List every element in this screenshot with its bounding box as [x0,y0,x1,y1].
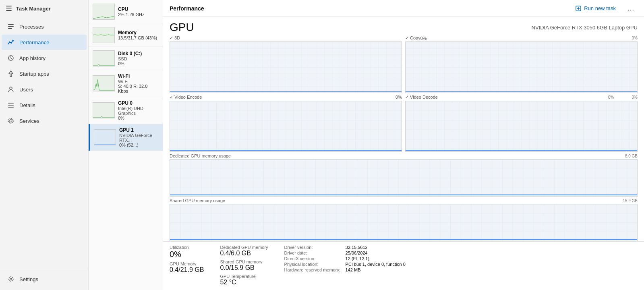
app-history-icon [7,54,14,62]
stat-gpu-memory-item: GPU Memory 0.4/21.9 GB [170,261,204,273]
gpu0-sub: Intel(R) UHD Graphics [118,106,159,116]
sidebar-item-processes[interactable]: Processes [2,19,87,34]
perf-item-disk0[interactable]: Disk 0 (C:) SSD 0% [89,47,163,70]
performance-list: CPU 2% 1.28 GHz Memory 13.5/31.7 GB (43%… [89,0,163,290]
processes-icon [7,23,14,30]
detail-hw-reserved: Hardware reserved memory: 142 MB [284,267,406,272]
gpu0-info: GPU 0 Intel(R) UHD Graphics 0% [118,100,159,120]
services-icon [7,117,14,124]
stat-temp-val: 52 °C [220,279,268,286]
toolbar-right: Run new task … [572,2,638,14]
chart-sm-canvas [170,204,638,241]
chart-vd-label: ✓ Video Decode [405,95,438,100]
hamburger-icon[interactable]: ☰ [6,4,12,13]
stat-utilization-label: Utilization [170,245,204,250]
svg-rect-27 [406,101,637,152]
perf-item-memory[interactable]: Memory 13.5/31.7 GB (43%) [89,23,163,47]
settings-item[interactable]: Settings [6,272,83,286]
gpu0-val: 0% [118,116,159,120]
memory-thumbnail [93,27,115,43]
sidebar-footer: Settings [0,268,88,290]
perf-item-gpu0[interactable]: GPU 0 Intel(R) UHD Graphics 0% [89,97,163,124]
chart-copy-label-row: ✓ Copy 0% 0% [405,35,638,41]
detail-driver-date-key: Driver date: [284,251,341,255]
chart-copy-label: ✓ Copy [405,35,420,41]
gpu1-name: GPU 1 [119,127,159,133]
wifi-sub: Wi-Fi [118,79,159,84]
gpu-model: NVIDIA GeForce RTX 3050 6GB Laptop GPU [532,25,638,31]
chart-dm-canvas [170,159,638,197]
main-content: Performance Run new task … GPU NVIDIA Ge… [163,0,644,290]
detail-hw-reserved-val: 142 MB [346,267,361,272]
stat-shared-val: 0.0/15.9 GB [220,264,268,271]
svg-rect-29 [170,160,637,196]
sidebar-label-performance: Performance [19,39,49,46]
perf-item-wifi[interactable]: Wi-Fi Wi-Fi S: 40.0 R: 32.0 Kbps [89,70,163,97]
disk0-thumbnail [93,50,115,66]
more-options-button[interactable]: … [624,2,638,14]
cpu-name: CPU [118,6,159,12]
chart-3d-label-row: ✓ 3D [170,35,402,41]
chart-vd-canvas [405,101,638,152]
sidebar-label-users: Users [19,87,33,93]
chart-copy-max: 0% [632,36,638,40]
stats-area: Utilization 0% GPU Memory 0.4/21.9 GB De… [163,241,644,290]
sidebar-item-details[interactable]: Details [2,97,87,113]
sidebar-label-processes: Processes [19,24,44,30]
svg-rect-0 [8,24,14,25]
main-section-title: Performance [170,5,204,12]
settings-icon [7,276,14,283]
disk0-val: 0% [118,61,159,66]
chart-video-decode: ✓ Video Decode 0% 0% [405,95,638,152]
svg-rect-21 [170,42,402,93]
wifi-thumbnail [93,75,115,91]
detail-driver-version: Driver version: 32.15.5612 [284,245,406,250]
stat-dedicated: Dedicated GPU memory 0.4/6.0 GB Shared G… [220,245,268,286]
detail-hw-reserved-key: Hardware reserved memory: [284,267,341,272]
run-task-icon [575,5,582,12]
perf-item-gpu1[interactable]: GPU 1 NVIDIA GeForce RTX... 0% (52...) [89,124,163,151]
stat-utilization: Utilization 0% GPU Memory 0.4/21.9 GB [170,245,204,286]
gpu1-val: 0% (52...) [119,143,159,147]
sidebar-item-performance[interactable]: Performance [2,35,87,50]
chart-row-top: ✓ 3D ✓ Copy 0% 0 [170,35,638,93]
sidebar-item-startup-apps[interactable]: Startup apps [2,66,87,81]
stat-gpu-memory-val: 0.4/21.9 GB [170,266,204,273]
svg-point-10 [10,278,12,280]
svg-point-4 [10,87,12,89]
stat-dedicated-label: Dedicated GPU memory [220,245,268,250]
sidebar-item-services[interactable]: Services [2,113,87,128]
sidebar-label-app-history: App history [19,55,46,61]
svg-rect-13 [93,51,114,66]
gpu1-sub: NVIDIA GeForce RTX... [119,133,159,143]
chart-dm-label-row: Dedicated GPU memory usage 8.0 GB [170,153,638,158]
svg-rect-16 [94,130,116,145]
charts-area: ✓ 3D ✓ Copy 0% 0 [163,35,644,241]
chart-sm-label: Shared GPU memory usage [170,198,225,203]
sidebar: ☰ Task Manager Processes Performance A [0,0,89,290]
memory-name: Memory [118,30,159,35]
sidebar-item-users[interactable]: Users [2,82,87,97]
chart-sm-label-row: Shared GPU memory usage 15.9 GB [170,198,638,203]
memory-val: 13.5/31.7 GB (43%) [118,35,159,40]
stat-shared-item: Shared GPU memory 0.0/15.9 GB [220,259,268,271]
stat-shared-label: Shared GPU memory [220,259,268,264]
detail-driver-date-val: 25/06/2024 [346,251,368,255]
disk0-sub: SSD [118,56,159,61]
gpu0-thumbnail [93,102,115,118]
stat-utilization-val: 0% [170,250,204,259]
chart-dm-label: Dedicated GPU memory usage [170,153,231,158]
chart-copy-pct: 0% [420,36,427,41]
sidebar-nav: Processes Performance App history Startu… [0,17,88,268]
perf-item-cpu[interactable]: CPU 2% 1.28 GHz [89,0,163,23]
svg-point-8 [10,120,12,122]
cpu-info: CPU 2% 1.28 GHz [118,6,159,17]
chart-dm-max: 8.0 GB [625,154,638,158]
svg-rect-7 [8,107,14,108]
chart-copy: ✓ Copy 0% 0% [405,35,638,93]
sidebar-label-startup-apps: Startup apps [19,71,49,77]
svg-rect-2 [8,28,12,29]
startup-icon [7,70,14,77]
sidebar-item-app-history[interactable]: App history [2,50,87,66]
run-new-task-button[interactable]: Run new task [572,4,619,13]
